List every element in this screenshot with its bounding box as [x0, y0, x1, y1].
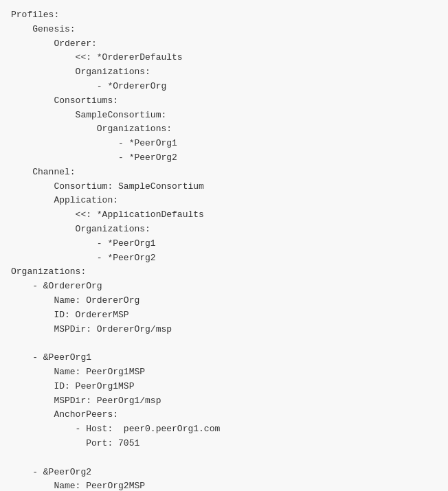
code-content: Profiles: Genesis: Orderer: <<: *Orderer…	[11, 8, 437, 491]
